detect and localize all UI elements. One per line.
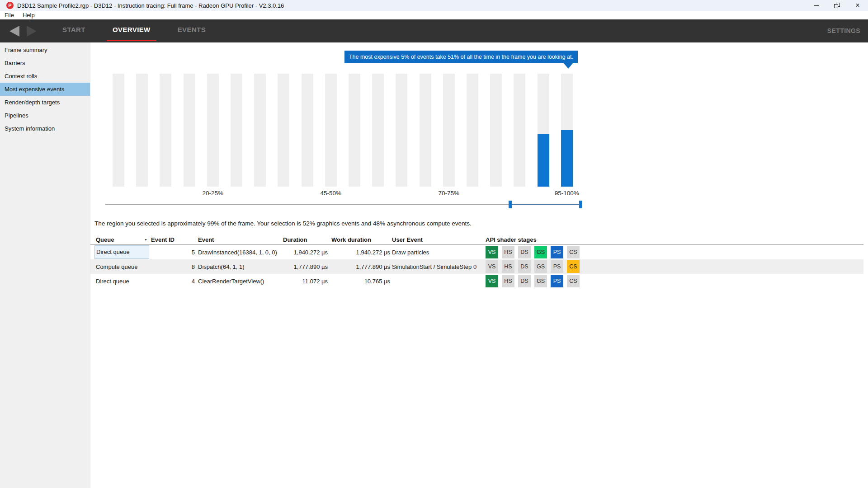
cell-event-id[interactable]: 5 [151, 249, 198, 256]
histogram-tick-label: 95-100% [555, 190, 579, 197]
column-header-queue[interactable]: Queue ▼ [94, 236, 151, 243]
cell-work-duration[interactable]: 1,777.890 µs [331, 263, 392, 270]
table-row[interactable]: Direct queue 4 ClearRenderTargetView() 1… [90, 274, 863, 288]
stage-badge-ps: PS [551, 260, 563, 273]
sidebar-item-frame-summary[interactable]: Frame summary [0, 43, 90, 56]
callout-pointer-icon [564, 63, 573, 69]
column-header-event[interactable]: Event [198, 236, 283, 243]
selection-summary-text: The region you selected is approximately… [94, 220, 472, 227]
sidebar-item-barriers[interactable]: Barriers [0, 56, 90, 70]
cell-duration[interactable]: 11.072 µs [283, 278, 331, 285]
nav-history-arrows [9, 19, 37, 42]
table-row[interactable]: Compute queue 8 Dispatch(64, 1, 1) 1,777… [90, 259, 863, 274]
slider-track[interactable] [105, 204, 510, 205]
column-header-event-id[interactable]: Event ID [151, 236, 198, 243]
column-header-duration[interactable]: Duration [283, 236, 331, 243]
close-button[interactable]: × [847, 0, 868, 11]
stage-badge-hs: HS [502, 260, 514, 273]
stage-badge-gs: GS [534, 246, 547, 258]
cell-shader-stages: VSHSDSGSPSCS [484, 275, 863, 287]
slider-handle-left[interactable] [509, 201, 512, 208]
histogram-tick-label: 70-75% [439, 190, 460, 197]
title-bar: P D3D12 Sample Profile2.rgp - D3D12 - In… [0, 0, 868, 11]
sidebar-item-most-expensive-events[interactable]: Most expensive events [0, 83, 90, 96]
menu-bar: File Help [0, 11, 868, 19]
cell-queue[interactable]: Direct queue [94, 245, 149, 259]
histogram-bar [349, 74, 360, 187]
slider-selected-range[interactable] [510, 204, 581, 205]
histogram-bar [136, 74, 148, 187]
minimize-button[interactable] [806, 0, 826, 11]
nav-tabs: START OVERVIEW EVENTS [57, 19, 227, 42]
slider-handle-right[interactable] [579, 201, 582, 208]
histogram-bar [514, 74, 525, 187]
histogram-bar [160, 74, 171, 187]
app-icon: P [6, 2, 14, 9]
table-header-row: Queue ▼ Event ID Event Duration Work dur… [90, 235, 863, 245]
cell-queue[interactable]: Direct queue [94, 278, 151, 285]
events-table: Queue ▼ Event ID Event Duration Work dur… [90, 235, 863, 288]
tab-overview[interactable]: OVERVIEW [107, 19, 156, 41]
cell-user-event[interactable]: SimulationStart / SimulateStep 0 [392, 263, 484, 270]
cell-shader-stages: VSHSDSGSPSCS [484, 246, 863, 258]
tab-events[interactable]: EVENTS [172, 19, 212, 41]
cell-work-duration[interactable]: 10.765 µs [331, 278, 392, 285]
column-header-api-shader-stages[interactable]: API shader stages [484, 236, 863, 243]
cell-event[interactable]: Dispatch(64, 1, 1) [198, 263, 283, 270]
nav-bar: START OVERVIEW EVENTS SETTINGS [0, 19, 868, 42]
sidebar-item-context-rolls[interactable]: Context rolls [0, 70, 90, 83]
histogram-bar [372, 74, 384, 187]
histogram-bar [254, 74, 266, 187]
stage-badge-ps: PS [551, 275, 563, 287]
table-row[interactable]: Direct queue 5 DrawInstanced(16384, 1, 0… [90, 245, 863, 259]
cell-duration[interactable]: 1,940.272 µs [283, 249, 331, 256]
histogram-tick-label: 20-25% [203, 190, 224, 197]
minimize-icon [814, 5, 819, 6]
cell-event-id[interactable]: 8 [151, 263, 198, 270]
menu-file[interactable]: File [5, 12, 14, 19]
cell-duration[interactable]: 1,777.890 µs [283, 263, 331, 270]
expensive-events-callout: The most expensive 5% of events take 51%… [344, 51, 578, 63]
histogram-bar [538, 74, 549, 187]
back-icon [9, 26, 19, 37]
histogram-bar [231, 74, 242, 187]
sidebar-item-render-depth-targets[interactable]: Render/depth targets [0, 96, 90, 109]
histogram-bar [184, 74, 195, 187]
tab-settings[interactable]: SETTINGS [827, 19, 860, 42]
restore-button[interactable] [826, 0, 847, 11]
tab-start[interactable]: START [57, 19, 91, 41]
column-header-work-duration[interactable]: Work duration [331, 236, 392, 243]
sidebar-item-system-information[interactable]: System information [0, 122, 90, 135]
cell-user-event[interactable]: Draw particles [392, 249, 484, 256]
histogram-ticks: 20-25%45-50%70-75%95-100% [113, 190, 573, 198]
cell-shader-stages: VSHSDSGSPSCS [484, 260, 863, 273]
histogram-bars [113, 74, 573, 187]
cell-event-id[interactable]: 4 [151, 278, 198, 285]
forward-button[interactable] [27, 26, 37, 37]
stage-badge-cs: CS [567, 275, 580, 287]
histogram-bar [396, 74, 407, 187]
cell-event[interactable]: ClearRenderTargetView() [198, 278, 283, 285]
stage-badge-cs: CS [567, 246, 580, 258]
restore-icon [834, 3, 840, 8]
menu-help[interactable]: Help [23, 12, 35, 19]
stage-badge-ds: DS [518, 260, 531, 273]
stage-badge-cs: CS [567, 260, 580, 273]
sidebar-item-pipelines[interactable]: Pipelines [0, 109, 90, 122]
stage-badge-hs: HS [502, 246, 514, 258]
histogram-bar [325, 74, 337, 187]
column-header-user-event[interactable]: User Event [392, 236, 484, 243]
stage-badge-ps: PS [551, 246, 563, 258]
histogram-bar-fill [561, 130, 573, 187]
forward-icon [27, 26, 37, 37]
cell-work-duration[interactable]: 1,940.272 µs [331, 249, 392, 256]
column-header-queue-label: Queue [96, 236, 114, 243]
cell-event[interactable]: DrawInstanced(16384, 1, 0, 0) [198, 249, 283, 256]
histogram-bar [490, 74, 502, 187]
back-button[interactable] [9, 26, 19, 37]
histogram-bar [207, 74, 219, 187]
cell-queue[interactable]: Compute queue [94, 263, 151, 270]
stage-badge-vs: VS [486, 260, 498, 273]
sort-descending-icon: ▼ [144, 238, 147, 241]
histogram-bar-fill [538, 134, 549, 187]
